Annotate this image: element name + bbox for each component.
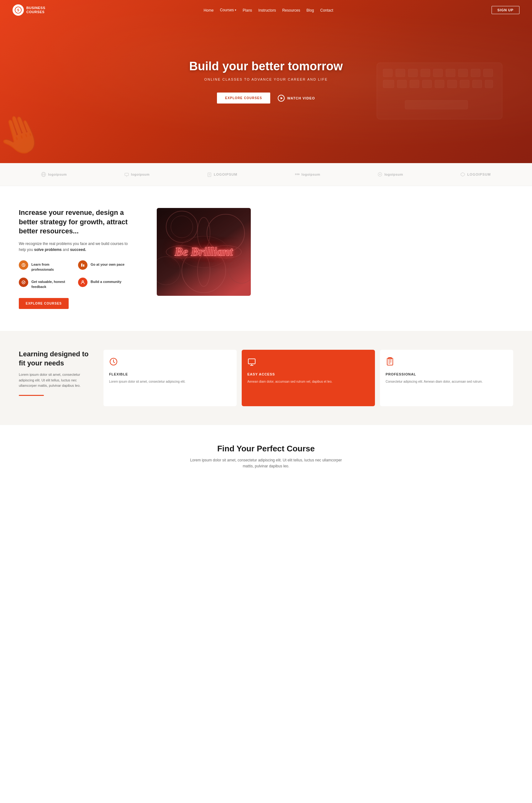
logo-icon-1	[41, 172, 46, 177]
logos-strip: logoipsum logoipsum LOGOIPSUM logoipsum …	[0, 163, 532, 186]
svg-rect-9	[458, 69, 468, 77]
card-flexible-title: FLEXIBLE	[109, 372, 231, 376]
logo-item-4: logoipsum	[295, 172, 320, 177]
find-course-section: Find Your Perfect Course Lorem ipsum dol…	[0, 425, 532, 482]
learning-title: Learning designed to fit your needs	[19, 350, 91, 368]
card-easy-access: EASY ACCESS Aenean diam dolor, accumsan …	[242, 350, 375, 406]
nav-blog[interactable]: Blog	[306, 8, 314, 13]
svg-point-45	[157, 257, 180, 285]
features-left: Increase your revenue, design a better s…	[19, 208, 132, 309]
card-professional: PROFESSIONAL Consectetur adipiscing elit…	[380, 350, 513, 406]
svg-point-48	[197, 217, 210, 249]
svg-rect-14	[410, 80, 419, 88]
learning-left: Learning designed to fit your needs Lore…	[19, 350, 91, 396]
svg-rect-10	[471, 69, 480, 77]
card-easy-access-title: EASY ACCESS	[247, 372, 369, 376]
feature-label-4: Build a community	[91, 278, 121, 284]
nav-instructors[interactable]: Instructors	[258, 8, 276, 13]
hero-title: Build your better tomorrow	[189, 60, 343, 73]
features-section: Increase your revenue, design a better s…	[0, 186, 532, 331]
nav-plans[interactable]: Plans	[243, 8, 252, 13]
feature-item-4: Build a community	[78, 278, 132, 289]
card-easy-access-icon	[247, 357, 369, 368]
svg-rect-25	[125, 173, 129, 176]
svg-rect-53	[248, 359, 255, 364]
svg-rect-18	[460, 80, 469, 88]
card-flexible: FLEXIBLE Lorem ipsum dolor sit amet, con…	[103, 350, 237, 406]
logo-text: BUSINESS COURSES	[26, 6, 45, 14]
explore-courses-button[interactable]: EXPLORE COURSES	[217, 93, 270, 104]
nav-contact[interactable]: Contact	[320, 8, 333, 13]
features-explore-button[interactable]: EXPLORE COURSES	[19, 298, 69, 309]
logo-icon-5	[377, 172, 382, 177]
svg-point-40	[82, 281, 84, 282]
svg-rect-13	[397, 80, 406, 88]
signup-button[interactable]: SIGN UP	[492, 6, 519, 14]
svg-point-42	[171, 216, 193, 238]
features-description: We recognize the real problems you face …	[19, 241, 132, 253]
feature-icon-2	[78, 260, 88, 270]
svg-rect-7	[433, 69, 443, 77]
find-course-description: Lorem ipsum dolor sit amet, consectetur …	[188, 457, 344, 469]
hero-content: Build your better tomorrow ONLINE CLASSE…	[189, 60, 343, 104]
logo-icon: S	[13, 4, 24, 16]
card-professional-icon	[385, 357, 508, 368]
watch-video-label: WATCH VIDEO	[287, 96, 315, 100]
feature-icon-4	[78, 278, 88, 287]
learning-description: Lorem ipsum dolor sit amet, consectetur …	[19, 372, 91, 389]
svg-rect-19	[472, 80, 482, 88]
feature-grid: Learn from professionals Go at your own …	[19, 260, 132, 289]
svg-rect-5	[408, 69, 418, 77]
svg-rect-8	[446, 69, 455, 77]
nav-home[interactable]: Home	[204, 8, 213, 13]
features-right: Be Brilliant	[157, 208, 251, 296]
svg-rect-3	[383, 69, 393, 77]
svg-rect-4	[396, 69, 405, 77]
svg-rect-16	[435, 80, 444, 88]
svg-rect-38	[83, 264, 84, 267]
svg-rect-11	[483, 69, 493, 77]
logo-item-1: logoipsum	[41, 172, 67, 177]
learning-cards: FLEXIBLE Lorem ipsum dolor sit amet, con…	[103, 350, 513, 406]
logo-icon-2	[124, 172, 129, 177]
card-flexible-icon	[109, 357, 231, 368]
logo-item-5: logoipsum	[377, 172, 403, 177]
logo-icon-6	[460, 172, 465, 177]
hero-keyboard-decoration	[374, 38, 505, 126]
logo-item-2: logoipsum	[124, 172, 150, 177]
card-flexible-text: Lorem ipsum dolor sit amet, consectetur …	[109, 379, 231, 384]
nav-resources[interactable]: Resources	[282, 8, 300, 13]
svg-rect-20	[485, 80, 493, 88]
svg-rect-12	[383, 80, 394, 88]
svg-rect-6	[421, 69, 430, 77]
svg-rect-21	[405, 100, 468, 109]
svg-point-32	[298, 173, 300, 175]
watch-video-button[interactable]: WATCH VIDEO	[278, 95, 315, 101]
hero-subtitle: ONLINE CLASSES TO ADVANCE YOUR CAREER AN…	[189, 77, 343, 81]
play-icon	[278, 95, 285, 101]
svg-point-46	[229, 258, 251, 283]
card-easy-access-text: Aenean diam dolor, accumsan sed rutrum v…	[247, 379, 369, 384]
logo-item-3: LOGOIPSUM	[207, 172, 237, 177]
feature-label-1: Learn from professionals	[31, 260, 72, 272]
svg-rect-30	[295, 173, 297, 175]
logo[interactable]: S BUSINESS COURSES	[13, 4, 45, 16]
svg-rect-27	[208, 173, 211, 176]
feature-item-1: Learn from professionals	[19, 260, 72, 272]
nav-courses[interactable]: Courses	[220, 8, 234, 12]
hero-buttons: EXPLORE COURSES WATCH VIDEO	[189, 93, 343, 104]
logo-icon-4	[295, 172, 300, 177]
card-professional-text: Consectetur adipiscing elit. Aenean diam…	[385, 379, 508, 384]
svg-point-34	[379, 174, 381, 175]
svg-rect-37	[81, 263, 82, 267]
feature-label-3: Get valuable, honest feedback	[31, 278, 72, 289]
learning-section: Learning designed to fit your needs Lore…	[0, 331, 532, 425]
find-course-title: Find Your Perfect Course	[19, 444, 513, 453]
navbar: S BUSINESS COURSES Home Courses Plans In…	[0, 0, 532, 20]
feature-item-2: Go at your own pace	[78, 260, 132, 272]
svg-rect-17	[448, 80, 457, 88]
features-image: Be Brilliant	[157, 208, 251, 296]
svg-marker-35	[461, 172, 464, 176]
neon-text: Be Brilliant	[175, 245, 233, 259]
feature-icon-1	[19, 260, 28, 270]
